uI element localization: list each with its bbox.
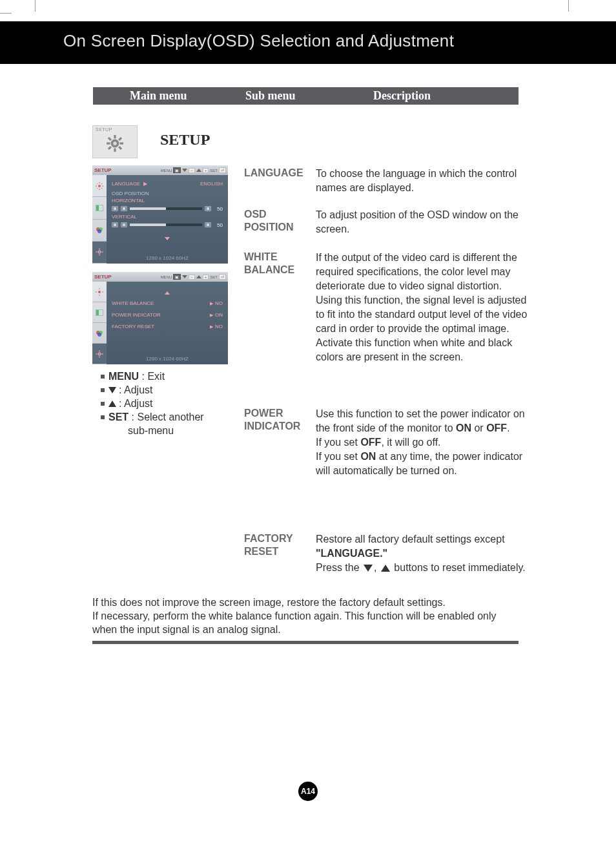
desc-fr-2c: buttons to reset immediately. — [391, 562, 526, 573]
osd2-content: WHITE BALANCE ▶NO POWER INDICATOR ▶ON FA… — [107, 282, 228, 364]
svg-rect-1 — [114, 135, 116, 138]
nav-chip-icon: ▣ — [173, 274, 181, 280]
osd1-position-section: OSD POSITION — [112, 191, 223, 196]
osd2-row-label: FACTORY RESET — [112, 324, 154, 329]
desc-pi-3b: , it will go off. — [381, 437, 440, 448]
nav-chip-icon: − — [189, 275, 195, 280]
osd1-sidebar — [92, 175, 107, 264]
svg-point-29 — [99, 251, 100, 253]
osd1-v-value: 50 — [214, 222, 223, 228]
footnote: If this does not improve the screen imag… — [92, 596, 518, 636]
legend-set-text: : Select another — [128, 411, 204, 422]
desc-osd-position: To adjust position of the OSD window on … — [316, 208, 528, 236]
sub-osd-position-2: POSITION — [244, 222, 293, 233]
sub-fr-2: RESET — [244, 546, 278, 557]
footnote-line2: If necessary, perform the white balance … — [92, 610, 497, 635]
legend-up-text: : Adjust — [119, 397, 152, 410]
desc-fr-1: Restore all factory default settings exc… — [316, 534, 505, 545]
osd1-language-row: LANGUAGE ▶ ENGLISH — [112, 179, 223, 188]
col-main: Main menu — [130, 89, 187, 103]
color-tab-icon — [92, 220, 107, 242]
osd2-row-label: WHITE BALANCE — [112, 300, 154, 306]
brightness-tab-icon — [92, 282, 107, 302]
svg-rect-41 — [99, 350, 100, 351]
nav-chip-icon: ⏎ — [219, 167, 226, 173]
triangle-down-icon — [108, 387, 116, 393]
legend-row: sub-menu — [101, 424, 204, 437]
desc-pi-4a: If you set — [316, 451, 360, 462]
legend-row: MENU : Exit — [101, 369, 204, 383]
svg-point-45 — [99, 353, 100, 355]
setup-heading: SETUP — [160, 131, 210, 149]
scroll-up-icon — [165, 291, 170, 295]
picture-tab-icon — [92, 197, 107, 219]
desc-language: To choose the language in which the cont… — [316, 167, 528, 195]
sub-fr-1: FACTORY — [244, 533, 293, 544]
slider-dec-icon — [121, 222, 127, 227]
brightness-tab-icon — [92, 175, 107, 197]
color-tab-icon — [92, 323, 107, 344]
osd2-resolution: 1280 x 1024 60HZ — [107, 356, 228, 362]
osd2-row-value: NO — [215, 324, 223, 329]
legend-row: SET : Select another — [101, 410, 204, 424]
setup-icon-tile: SETUP — [92, 125, 138, 158]
sub-pi-2: INDICATOR — [244, 421, 300, 432]
triangle-down-icon — [182, 275, 187, 278]
osd1-h-slider: 50 — [112, 205, 223, 213]
footnote-line1: If this does not improve the screen imag… — [92, 597, 446, 608]
svg-rect-3 — [107, 142, 110, 144]
page-title: On Screen Display(OSD) Selection and Adj… — [63, 31, 454, 51]
osd1-horizontal-label: HORIZONTAL — [112, 198, 223, 203]
osd2-row-value: NO — [215, 300, 223, 306]
nav-chip-icon: ▣ — [173, 167, 181, 173]
nav-chip-icon: − — [189, 168, 195, 173]
osd2-title: SETUP — [94, 274, 112, 280]
osd-screenshot-1: SETUP MENU ▣ − + SET ⏎ — [92, 165, 228, 264]
svg-rect-26 — [99, 255, 100, 256]
desc-pi-on: ON — [456, 422, 471, 433]
desc-pi-off2: OFF — [360, 437, 381, 448]
triangle-down-icon — [182, 169, 187, 172]
osd2-row-label: POWER INDICATOR — [112, 312, 161, 318]
bullet-icon — [101, 415, 105, 419]
sub-osd-position-1: OSD — [244, 209, 267, 220]
osd1-vertical-label: VERTICAL — [112, 214, 223, 220]
legend-set-text2: sub-menu — [128, 424, 174, 437]
osd2-topbar: SETUP MENU ▣ − + SET ⏎ — [92, 272, 228, 282]
desc-power-indicator: Use this function to set the power indic… — [316, 407, 528, 478]
svg-rect-5 — [108, 137, 112, 141]
gear-icon — [107, 135, 123, 152]
svg-rect-28 — [102, 252, 103, 253]
desc-fr-2b: , — [374, 562, 380, 573]
osd1-set-label: SET — [210, 169, 218, 172]
page-number: A14 — [298, 782, 318, 801]
nav-chip-icon: + — [203, 168, 209, 173]
crop-mark — [35, 0, 36, 12]
svg-point-10 — [98, 185, 101, 187]
svg-point-23 — [98, 229, 101, 233]
arrow-right-icon: ▶ — [210, 301, 213, 306]
osd1-v-slider: 50 — [112, 221, 223, 229]
osd1-language-value: ENGLISH — [200, 181, 223, 187]
triangle-up-icon — [196, 275, 201, 278]
triangle-up-icon — [108, 401, 116, 407]
slider-inc-icon — [205, 206, 211, 211]
setup-icon-label: SETUP — [96, 127, 112, 132]
svg-rect-6 — [118, 137, 122, 141]
slider-dec-icon — [112, 206, 118, 211]
legend-menu-text: : Exit — [139, 371, 165, 382]
setup-tab-icon — [92, 242, 107, 264]
sub-pi-1: POWER — [244, 408, 283, 419]
svg-rect-42 — [99, 356, 100, 357]
triangle-up-icon — [196, 169, 201, 172]
svg-point-30 — [98, 291, 101, 293]
slider-dec-icon — [112, 222, 118, 227]
osd1-language-label: LANGUAGE — [112, 181, 140, 187]
desc-pi-or: or — [471, 422, 486, 433]
osd2-nav-buttons: MENU ▣ − + SET ⏎ — [161, 274, 226, 280]
svg-rect-20 — [96, 205, 99, 211]
osd2-row: WHITE BALANCE ▶NO — [112, 297, 223, 309]
sub-wb-2: BALANCE — [244, 264, 294, 275]
svg-line-18 — [97, 188, 98, 189]
crop-mark — [568, 0, 569, 12]
